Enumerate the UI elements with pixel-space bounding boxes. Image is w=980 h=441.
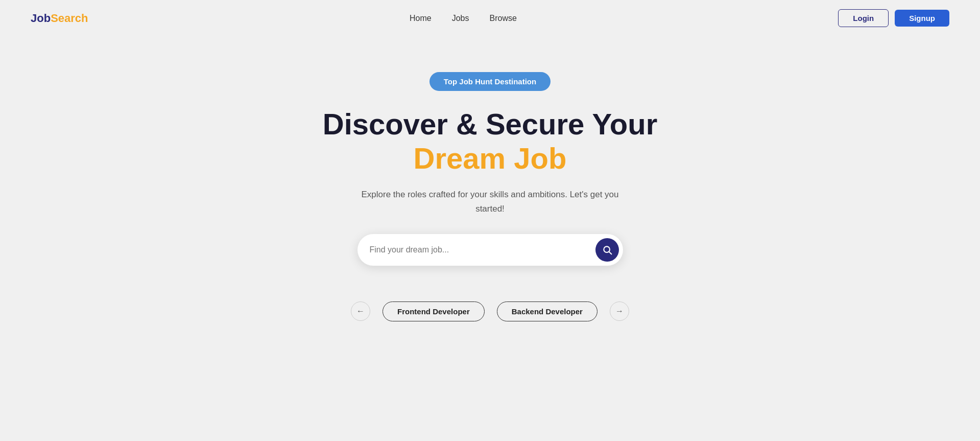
nav-item-browse[interactable]: Browse bbox=[489, 14, 516, 23]
nav-actions: Login Signup bbox=[838, 9, 949, 27]
category-pill-frontend[interactable]: Frontend Developer bbox=[383, 301, 485, 321]
search-button[interactable] bbox=[595, 238, 619, 262]
logo-job: Job bbox=[31, 12, 51, 25]
prev-arrow-button[interactable]: ← bbox=[351, 301, 370, 321]
hero-badge: Top Job Hunt Destination bbox=[429, 72, 551, 91]
login-button[interactable]: Login bbox=[838, 9, 889, 27]
navbar: JobSearch Home Jobs Browse Login Signup bbox=[0, 0, 980, 36]
category-pill-backend[interactable]: Backend Developer bbox=[497, 301, 597, 321]
hero-subtitle: Explore the roles crafted for your skill… bbox=[355, 188, 626, 215]
signup-button[interactable]: Signup bbox=[895, 10, 949, 27]
hero-title-line2: Dream Job bbox=[323, 142, 657, 176]
next-arrow-button[interactable]: → bbox=[610, 301, 629, 321]
svg-line-1 bbox=[609, 252, 611, 254]
nav-item-jobs[interactable]: Jobs bbox=[452, 14, 469, 23]
logo[interactable]: JobSearch bbox=[31, 12, 88, 25]
logo-search: Search bbox=[51, 12, 88, 25]
hero-title: Discover & Secure Your Dream Job bbox=[323, 107, 657, 175]
nav-item-home[interactable]: Home bbox=[410, 14, 432, 23]
search-input[interactable] bbox=[370, 245, 595, 254]
hero-title-line1: Discover & Secure Your bbox=[323, 107, 657, 141]
search-bar bbox=[357, 234, 623, 266]
hero-section: Top Job Hunt Destination Discover & Secu… bbox=[0, 36, 980, 352]
categories-row: ← Frontend Developer Backend Developer → bbox=[351, 301, 629, 321]
search-icon bbox=[602, 245, 612, 255]
nav-links: Home Jobs Browse bbox=[410, 14, 517, 23]
